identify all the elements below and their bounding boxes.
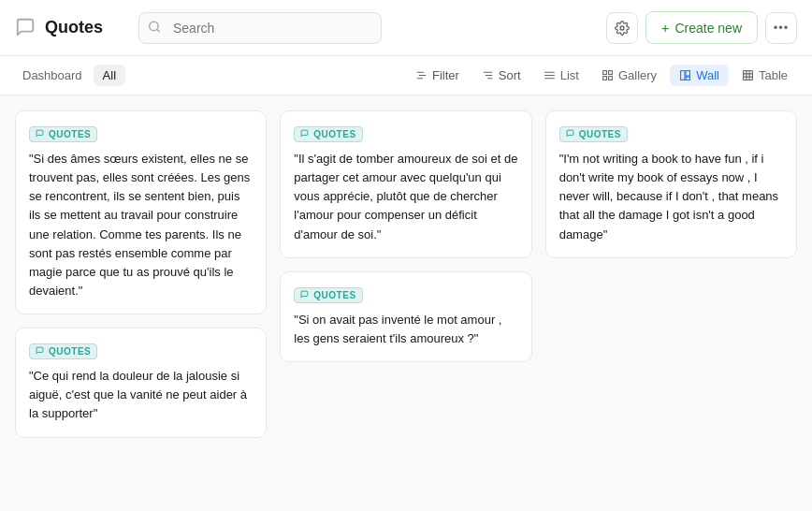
tab-all[interactable]: All <box>94 65 125 86</box>
svg-point-2 <box>620 26 624 30</box>
quote-card: QUOTES "I'm not writing a book to have f… <box>545 110 797 258</box>
ellipsis-icon: ••• <box>774 21 790 35</box>
filter-button[interactable]: Filter <box>406 65 469 86</box>
svg-rect-18 <box>686 77 689 80</box>
svg-rect-14 <box>603 77 607 80</box>
tab-dashboard[interactable]: Dashboard <box>15 65 90 86</box>
gear-button[interactable] <box>606 12 638 44</box>
title-area: Quotes <box>15 17 127 39</box>
quote-icon <box>300 290 309 300</box>
svg-rect-13 <box>609 71 613 75</box>
page-icon <box>15 17 37 39</box>
search-bar <box>138 12 382 44</box>
card-tag-label: QUOTES <box>49 129 91 139</box>
card-tag: QUOTES <box>29 126 97 142</box>
card-tag: QUOTES <box>294 126 362 142</box>
page-title: Quotes <box>45 18 103 37</box>
quote-icon <box>566 129 574 139</box>
view-gallery-button[interactable]: Gallery <box>592 65 666 86</box>
card-tag-label: QUOTES <box>579 129 621 139</box>
quote-icon <box>36 129 44 139</box>
wall-grid: QUOTES "Si des âmes sœurs existent, elle… <box>15 110 797 438</box>
card-text: "Si on avait pas inventé le mot amour , … <box>294 311 517 348</box>
card-text: "Ce qui rend la douleur de la jalousie s… <box>29 367 253 423</box>
svg-rect-12 <box>603 71 607 75</box>
svg-rect-16 <box>681 71 685 80</box>
header-actions: + Create new ••• <box>606 11 797 44</box>
svg-line-1 <box>157 29 160 32</box>
svg-rect-19 <box>744 71 753 80</box>
view-table-label: Table <box>759 68 788 82</box>
card-text: "I'm not writing a book to have fun , if… <box>559 150 783 244</box>
card-tag-label: QUOTES <box>313 129 355 139</box>
card-text: "Si des âmes sœurs existent, elles ne se… <box>29 150 253 300</box>
card-tag-label: QUOTES <box>313 290 355 300</box>
card-tag: QUOTES <box>29 343 97 359</box>
create-new-label: Create new <box>674 21 742 36</box>
header: Quotes + Create new ••• <box>0 0 812 56</box>
svg-rect-17 <box>686 71 689 76</box>
view-table-button[interactable]: Table <box>732 65 797 86</box>
card-tag: QUOTES <box>294 287 362 303</box>
quote-card: QUOTES "Il s'agit de tomber amoureux de … <box>280 110 531 258</box>
main-content: QUOTES "Si des âmes sœurs existent, elle… <box>0 95 812 511</box>
view-list-label: List <box>560 68 579 82</box>
sub-header-right: Filter Sort List Gallery Wall Table <box>406 65 797 86</box>
view-wall-label: Wall <box>696 68 719 82</box>
view-gallery-label: Gallery <box>618 68 657 82</box>
sort-button[interactable]: Sort <box>472 65 530 86</box>
quote-card: QUOTES "Si on avait pas inventé le mot a… <box>280 271 531 362</box>
view-list-button[interactable]: List <box>534 65 588 86</box>
create-new-button[interactable]: + Create new <box>645 11 758 44</box>
card-tag-label: QUOTES <box>49 346 91 357</box>
search-input[interactable] <box>138 12 382 44</box>
quote-card: QUOTES "Ce qui rend la douleur de la jal… <box>15 328 267 437</box>
search-icon <box>148 20 161 36</box>
view-wall-button[interactable]: Wall <box>670 65 729 86</box>
svg-rect-15 <box>609 77 613 80</box>
card-text: "Il s'agit de tomber amoureux de soi et … <box>294 150 517 244</box>
quote-icon <box>300 129 309 139</box>
sub-header: Dashboard All Filter Sort List Gallery W… <box>0 56 812 95</box>
sort-label: Sort <box>499 68 521 82</box>
card-tag: QUOTES <box>559 126 628 142</box>
filter-label: Filter <box>432 68 459 82</box>
quote-card: QUOTES "Si des âmes sœurs existent, elle… <box>15 110 267 314</box>
quote-icon <box>36 346 44 357</box>
plus-icon: + <box>661 20 670 36</box>
more-options-button[interactable]: ••• <box>765 12 797 44</box>
